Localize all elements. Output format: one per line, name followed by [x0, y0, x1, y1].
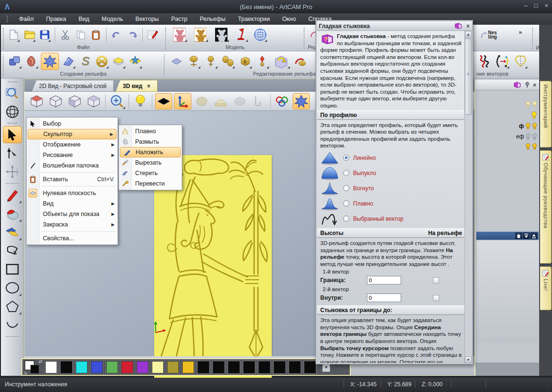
submenu-item-carve[interactable]: Вырезать — [119, 157, 182, 168]
model-lighting-button[interactable] — [234, 27, 248, 42]
radio-smooth[interactable] — [343, 200, 349, 206]
paste-button[interactable] — [90, 27, 102, 42]
zoom-button[interactable] — [108, 93, 126, 109]
profile-option-concave[interactable]: Вогнуто — [317, 181, 465, 196]
view-along-y-button[interactable] — [66, 93, 83, 109]
reset-colors-icon[interactable]: ↳ — [24, 371, 28, 375]
palette-swatch[interactable] — [213, 361, 225, 373]
colour-shape-button[interactable] — [274, 93, 291, 109]
extrude-button[interactable]: S — [78, 54, 92, 69]
tab-live[interactable]: Live! — [540, 266, 552, 310]
layer-bulb-icon[interactable] — [525, 101, 531, 108]
context-item-drawing[interactable]: Рисование ▶ — [27, 150, 118, 160]
zoom-select-tool[interactable] — [3, 85, 22, 102]
profile-option-smooth[interactable]: Плавно — [317, 196, 465, 211]
radio-convex[interactable] — [343, 170, 349, 176]
panel-header[interactable]: Гладкая стыковка × — [317, 21, 472, 31]
panel-scrollbar[interactable]: ▲ ▼ — [464, 31, 472, 363]
two-rail-sweep-button[interactable] — [61, 54, 76, 69]
layer-row[interactable] — [525, 142, 537, 151]
vector-select-tool[interactable] — [3, 242, 22, 259]
flood-fill-tool[interactable] — [3, 205, 22, 222]
minimize-button[interactable]: – — [524, 2, 527, 9]
menu-file[interactable]: Файл — [13, 14, 39, 24]
submenu-item-smooth[interactable]: Плавно — [119, 126, 182, 137]
radio-linear[interactable] — [343, 155, 349, 161]
context-item-magic-wand[interactable]: Волшебная палочка — [27, 160, 118, 171]
layer-bulb-icon[interactable] — [532, 123, 537, 130]
palette-swatch[interactable] — [152, 361, 164, 373]
menu-toolpaths[interactable]: Траектории — [232, 14, 276, 24]
help-book-icon[interactable] — [454, 22, 463, 29]
cut-button[interactable] — [59, 27, 71, 42]
palette-swatch[interactable] — [45, 361, 57, 373]
menu-vectors[interactable]: Векторы — [129, 14, 164, 24]
pin-icon[interactable] — [524, 82, 530, 88]
submenu-item-erase[interactable]: Стереть — [119, 168, 182, 178]
submenu-item-blur[interactable]: Размыть — [119, 137, 182, 147]
offset-relief-button[interactable] — [111, 54, 126, 69]
relief-envelope-button[interactable] — [293, 54, 307, 69]
fg-bg-color-widget[interactable]: ⇄ ↳ — [24, 360, 42, 374]
undo-button[interactable] — [110, 27, 123, 42]
scroll-up-button[interactable]: ▲ — [465, 31, 472, 38]
resize-grip[interactable]: ⋰ — [545, 385, 550, 390]
context-item-view[interactable]: Вид ▶ — [27, 198, 118, 209]
scroll-down-button[interactable]: ▼ — [465, 356, 472, 363]
paint-tool[interactable] — [3, 186, 22, 204]
model-size-button[interactable] — [171, 27, 187, 42]
shape-editor-button[interactable] — [24, 54, 39, 69]
palette-swatch[interactable] — [167, 361, 179, 373]
copy-button[interactable] — [74, 27, 87, 42]
node-edit-tool[interactable] — [3, 145, 22, 162]
submenu-item-deposit[interactable]: Наложить — [120, 147, 181, 157]
dock-close-icon[interactable]: × — [533, 82, 536, 88]
overflow-chevron[interactable]: » — [519, 29, 522, 36]
border-height-input[interactable] — [367, 276, 401, 284]
swap-colors-icon[interactable]: ⇄ — [39, 359, 42, 364]
tab-3d-view[interactable]: 3D вид× — [116, 80, 158, 92]
notes-edit-button[interactable] — [147, 27, 159, 42]
tab-tutorials[interactable]: Обучающие руководства — [540, 150, 552, 264]
layer-bulb-icon[interactable] — [531, 111, 537, 119]
view-along-z-button[interactable] — [85, 93, 102, 109]
relief-pin-button[interactable] — [255, 54, 269, 69]
tab-2d-view[interactable]: 2D Вид - Растровый слой — [32, 80, 114, 92]
palette-swatch[interactable] — [274, 361, 286, 373]
toolpath-sim-button[interactable] — [250, 93, 267, 109]
polygon-tool[interactable] — [3, 298, 22, 315]
profile-option-linear[interactable]: Линейно — [317, 150, 465, 166]
toggle-zero-plane-button[interactable] — [155, 93, 172, 109]
save-button[interactable] — [39, 27, 51, 42]
radio-concave[interactable] — [343, 185, 349, 191]
smooth-relief-button[interactable] — [169, 54, 184, 69]
scrollbar-thumb[interactable] — [465, 39, 472, 115]
new-model-button[interactable] — [8, 27, 20, 42]
redo-button[interactable] — [126, 27, 138, 42]
layer-bulb-icon[interactable] — [525, 133, 531, 140]
menu-edit[interactable]: Правка — [40, 14, 72, 24]
inside-height-input[interactable] — [367, 294, 401, 302]
context-item-objects-to-show[interactable]: Объекты для показа ▶ — [27, 209, 118, 219]
palette-swatch[interactable] — [182, 361, 194, 373]
relief-pair-button[interactable] — [221, 54, 235, 69]
sculpt-tool-button[interactable] — [187, 54, 201, 69]
view-along-x-button[interactable] — [47, 93, 64, 109]
greyscale-view-button[interactable] — [193, 93, 210, 109]
toggle-origin-button[interactable] — [174, 93, 191, 109]
layer-bulb-icon[interactable] — [525, 123, 531, 130]
texture-relief-button[interactable] — [128, 54, 142, 69]
layer-bulb-icon[interactable] — [525, 143, 531, 150]
radio-selected-vector[interactable] — [343, 216, 349, 222]
model-wireframe-button[interactable] — [253, 27, 267, 42]
layer-bulb-icon[interactable] — [532, 101, 537, 108]
iso-view-button[interactable] — [28, 93, 45, 109]
layer-row[interactable]: ф — [519, 122, 538, 130]
palette-swatch[interactable] — [304, 361, 316, 373]
tab-close-icon[interactable]: × — [147, 83, 150, 89]
palette-swatch[interactable] — [197, 361, 209, 373]
smooth-join-view-button[interactable] — [293, 93, 310, 109]
palette-swatch[interactable] — [91, 361, 103, 373]
model-greyscale-button[interactable] — [213, 27, 229, 42]
relief-cube-button[interactable]: b — [238, 54, 252, 69]
